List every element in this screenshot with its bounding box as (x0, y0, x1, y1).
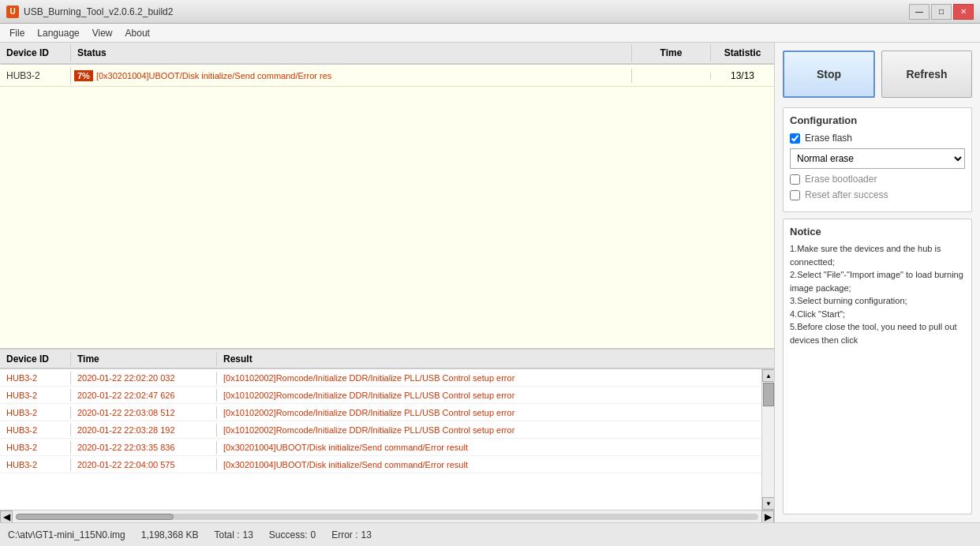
reset-after-success-checkbox[interactable] (790, 190, 800, 200)
notice-title: Notice (790, 226, 965, 237)
device-id-cell: HUB3-2 (0, 67, 71, 84)
total-value: 13 (242, 529, 252, 540)
close-button[interactable]: ✕ (953, 4, 974, 20)
log-row[interactable]: HUB3-2 2020-01-22 22:04:00 575 [0x302010… (0, 456, 761, 473)
menu-file[interactable]: File (3, 26, 31, 40)
log-time-cell: 2020-01-22 22:03:35 836 (71, 441, 217, 454)
title-bar: U USB_Burning_Tool_v2.0.6.2_build2 — □ ✕ (0, 0, 980, 24)
log-device-cell: HUB3-2 (0, 372, 71, 384)
device-table-body: HUB3-2 7% [0x30201004]UBOOT/Disk initial… (0, 65, 774, 348)
scroll-down-button[interactable]: ▼ (762, 497, 774, 510)
log-device-cell: HUB3-2 (0, 389, 71, 402)
log-result-cell: [0x30201004]UBOOT/Disk initialize/Send c… (217, 458, 761, 471)
success-label: Success: (269, 529, 308, 540)
log-col-header-result: Result (217, 352, 774, 366)
minimize-button[interactable]: — (909, 4, 930, 20)
window-controls: — □ ✕ (909, 4, 974, 20)
erase-bootloader-checkbox[interactable] (790, 174, 800, 185)
scroll-track (762, 382, 774, 497)
table-row[interactable]: HUB3-2 7% [0x30201004]UBOOT/Disk initial… (0, 65, 774, 87)
reset-after-success-label: Reset after success (805, 189, 888, 200)
right-panel: Stop Refresh Configuration Erase flash N… (775, 43, 980, 522)
app-icon: U (6, 6, 19, 18)
log-area: Device ID Time Result HUB3-2 2020-01-22 … (0, 349, 774, 522)
log-col-header-time: Time (71, 352, 217, 366)
left-panel: Device ID Status Time Statistic HUB3-2 7… (0, 43, 775, 522)
status-cell: 7% [0x30201004]UBOOT/Disk initialize/Sen… (71, 69, 632, 83)
log-table-header: Device ID Time Result (0, 349, 774, 369)
file-path: C:\atv\GT1-mini_115N0.img (8, 529, 125, 540)
scroll-thumb[interactable] (763, 383, 774, 406)
error-label: Error : (331, 529, 357, 540)
erase-flash-checkbox[interactable] (790, 133, 800, 144)
col-header-device-id: Device ID (0, 44, 71, 62)
total-label: Total : (214, 529, 239, 540)
refresh-button[interactable]: Refresh (881, 50, 972, 98)
hscroll-right-button[interactable]: ▶ (761, 510, 774, 523)
log-result-cell: [0x30201004]UBOOT/Disk initialize/Send c… (217, 441, 761, 454)
status-bar: C:\atv\GT1-mini_115N0.img 1,198,368 KB T… (0, 522, 980, 546)
log-row[interactable]: HUB3-2 2020-01-22 22:03:08 512 [0x101020… (0, 404, 761, 421)
log-time-cell: 2020-01-22 22:03:08 512 (71, 406, 217, 419)
log-scroll-container: HUB3-2 2020-01-22 22:02:20 032 [0x101020… (0, 369, 774, 510)
success-stat: Success: 0 (269, 529, 316, 540)
window-title: USB_Burning_Tool_v2.0.6.2_build2 (24, 6, 909, 17)
log-device-cell: HUB3-2 (0, 406, 71, 419)
configuration-section: Configuration Erase flash Normal erase F… (783, 107, 972, 212)
device-table-header: Device ID Status Time Statistic (0, 43, 774, 65)
erase-flash-row: Erase flash (790, 133, 965, 144)
log-row[interactable]: HUB3-2 2020-01-22 22:02:47 626 [0x101020… (0, 387, 761, 404)
erase-bootloader-label: Erase bootloader (805, 174, 877, 185)
status-text: [0x30201004]UBOOT/Disk initialize/Send c… (96, 71, 331, 80)
log-col-header-device: Device ID (0, 352, 71, 366)
stop-button[interactable]: Stop (783, 50, 875, 98)
menu-about[interactable]: About (119, 26, 156, 40)
log-device-cell: HUB3-2 (0, 458, 71, 471)
log-time-cell: 2020-01-22 22:02:47 626 (71, 389, 217, 402)
log-time-cell: 2020-01-22 22:04:00 575 (71, 458, 217, 471)
log-result-cell: [0x10102002]Romcode/Initialize DDR/Initi… (217, 424, 761, 436)
total-stat: Total : 13 (214, 529, 252, 540)
log-vertical-scrollbar[interactable]: ▲ ▼ (761, 369, 774, 510)
col-header-statistic: Statistic (711, 44, 774, 62)
log-body[interactable]: HUB3-2 2020-01-22 22:02:20 032 [0x101020… (0, 369, 761, 510)
log-row[interactable]: HUB3-2 2020-01-22 22:02:20 032 [0x101020… (0, 369, 761, 387)
log-row[interactable]: HUB3-2 2020-01-22 22:03:28 192 [0x101020… (0, 421, 761, 439)
menu-bar: File Language View About (0, 24, 980, 43)
scroll-up-button[interactable]: ▲ (762, 369, 774, 382)
erase-type-select[interactable]: Normal erase Full erase Chip erase (790, 148, 965, 169)
menu-language[interactable]: Language (31, 26, 85, 40)
erase-bootloader-row: Erase bootloader (790, 174, 965, 185)
log-result-cell: [0x10102002]Romcode/Initialize DDR/Initi… (217, 406, 761, 419)
log-result-cell: [0x10102002]Romcode/Initialize DDR/Initi… (217, 372, 761, 384)
log-device-cell: HUB3-2 (0, 424, 71, 436)
log-device-cell: HUB3-2 (0, 441, 71, 454)
log-horizontal-scrollbar[interactable]: ◀ ▶ (0, 510, 774, 522)
hscroll-left-button[interactable]: ◀ (0, 510, 13, 523)
statistic-cell: 13/13 (711, 67, 774, 84)
device-table-area: Device ID Status Time Statistic HUB3-2 7… (0, 43, 774, 349)
hscroll-track (16, 514, 758, 520)
error-value: 13 (361, 529, 372, 540)
progress-badge: 7% (74, 70, 93, 81)
time-cell (632, 73, 711, 79)
log-result-cell: [0x10102002]Romcode/Initialize DDR/Initi… (217, 389, 761, 402)
col-header-time: Time (632, 44, 711, 62)
success-value: 0 (311, 529, 316, 540)
configuration-title: Configuration (790, 114, 965, 126)
hscroll-thumb[interactable] (16, 514, 174, 520)
notice-section: Notice 1.Make sure the devices and the h… (783, 219, 972, 514)
log-row[interactable]: HUB3-2 2020-01-22 22:03:35 836 [0x302010… (0, 439, 761, 456)
notice-text: 1.Make sure the devices and the hub is c… (790, 242, 965, 346)
erase-flash-label: Erase flash (805, 133, 852, 144)
log-time-cell: 2020-01-22 22:03:28 192 (71, 424, 217, 436)
action-buttons: Stop Refresh (783, 50, 972, 98)
reset-after-success-row: Reset after success (790, 189, 965, 200)
log-time-cell: 2020-01-22 22:02:20 032 (71, 372, 217, 384)
col-header-status: Status (71, 44, 632, 62)
maximize-button[interactable]: □ (931, 4, 952, 20)
main-content: Device ID Status Time Statistic HUB3-2 7… (0, 43, 980, 522)
file-size: 1,198,368 KB (141, 529, 199, 540)
menu-view[interactable]: View (86, 26, 119, 40)
error-stat: Error : 13 (331, 529, 372, 540)
